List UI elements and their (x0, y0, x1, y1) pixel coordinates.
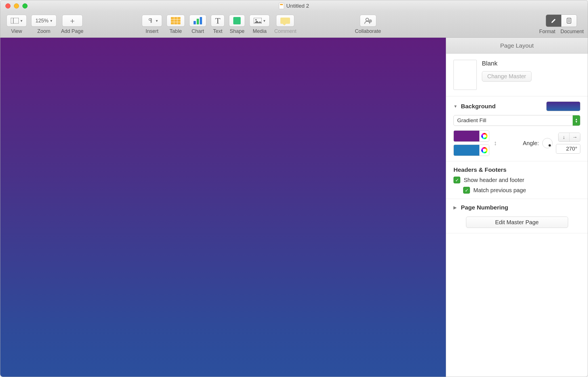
add-page-button[interactable]: ＋ (62, 15, 83, 27)
inspector-toggle-group: Format Document (539, 14, 584, 35)
color-picker-button[interactable] (479, 145, 489, 156)
brush-icon (550, 17, 557, 24)
text-group: T Text (211, 15, 224, 34)
background-preview-swatch[interactable] (546, 101, 580, 111)
svg-rect-0 (11, 18, 19, 24)
page-numbering-section: ▶ Page Numbering Edit Master Page (446, 199, 588, 233)
page-numbering-header[interactable]: ▶ Page Numbering (453, 204, 580, 211)
change-master-button[interactable]: Change Master (482, 71, 532, 82)
inspector-title: Page Layout (500, 42, 534, 49)
media-icon (254, 18, 262, 24)
show-header-footer-checkbox[interactable]: ✓ (453, 177, 460, 183)
fill-type-value: Gradient Fill (454, 115, 573, 126)
document-icon (279, 3, 284, 9)
color-picker-button[interactable] (479, 131, 489, 141)
media-button[interactable]: ▾ (249, 15, 270, 27)
angle-label: Angle: (523, 140, 539, 147)
match-previous-page-checkbox[interactable]: ✓ (463, 187, 470, 194)
master-section: Blank Change Master (446, 54, 588, 96)
media-group: ▾ Media (249, 15, 270, 34)
shape-label: Shape (230, 28, 244, 34)
shape-button[interactable] (229, 15, 245, 27)
page-numbering-label: Page Numbering (461, 204, 508, 211)
master-thumbnail[interactable] (453, 60, 477, 90)
comment-button[interactable] (276, 15, 294, 27)
window-controls (5, 3, 28, 9)
fill-type-select[interactable]: Gradient Fill ▲▼ (453, 115, 580, 126)
color-wheel-icon (481, 133, 488, 139)
edit-master-page-button[interactable]: Edit Master Page (466, 217, 568, 228)
angle-value: 270° (566, 146, 577, 152)
inspector-segmented-control (546, 14, 577, 27)
add-page-group: ＋ Add Page (61, 15, 83, 34)
document-tab[interactable] (561, 15, 577, 27)
match-previous-page-row[interactable]: ✓ Match previous page (463, 187, 580, 194)
svg-point-3 (255, 19, 257, 21)
media-label: Media (253, 28, 266, 34)
gradient-color-1-swatch (454, 131, 479, 141)
plus-icon: ＋ (69, 16, 76, 26)
document-label: Document (560, 29, 584, 35)
show-header-footer-label: Show header and footer (464, 177, 524, 183)
background-label: Background (461, 103, 496, 110)
chart-button[interactable] (189, 15, 206, 27)
insert-group: ▾ Insert (142, 15, 162, 34)
text-button[interactable]: T (211, 15, 224, 27)
master-name: Blank (482, 60, 532, 67)
gradient-direction-right-button[interactable]: → (569, 133, 580, 141)
collaborate-label: Collaborate (355, 28, 381, 34)
pilcrow-icon (146, 18, 154, 24)
document-icon (566, 17, 572, 24)
view-button[interactable]: ▾ (7, 15, 27, 27)
collaborate-button[interactable] (360, 15, 376, 27)
table-icon (171, 17, 180, 24)
table-button[interactable] (167, 15, 185, 27)
angle-input[interactable]: 270° (556, 144, 580, 154)
background-section: ▼ Background Gradient Fill ▲▼ (446, 96, 588, 161)
chevron-down-icon: ▾ (20, 18, 22, 23)
gradient-color-1-well[interactable] (453, 130, 489, 142)
zoom-label: Zoom (37, 28, 51, 34)
disclosure-right-icon: ▶ (453, 205, 458, 210)
document-canvas[interactable] (0, 38, 446, 377)
format-tab[interactable] (546, 15, 561, 27)
close-window-button[interactable] (5, 3, 10, 9)
view-icon (11, 18, 19, 24)
gradient-color-2-swatch (454, 145, 479, 156)
add-page-label: Add Page (61, 28, 83, 34)
view-group: ▾ View (7, 15, 27, 34)
inspector-panel: Page Layout Blank Change Master ▼ Backgr… (446, 38, 588, 377)
document-title[interactable]: Untitled 2 (279, 3, 309, 9)
minimize-window-button[interactable] (14, 3, 19, 9)
svg-point-4 (366, 18, 369, 21)
change-master-label: Change Master (487, 73, 526, 79)
inspector-tab-page-layout[interactable]: Page Layout (446, 38, 588, 54)
insert-button[interactable]: ▾ (142, 15, 162, 27)
chart-label: Chart (192, 28, 204, 34)
gradient-direction-down-button[interactable]: ↓ (558, 133, 569, 141)
shape-group: Shape (229, 15, 245, 34)
gradient-direction-buttons: ↓ → (558, 133, 580, 142)
chevron-down-icon: ▾ (263, 18, 265, 23)
gradient-color-2-well[interactable] (453, 145, 489, 156)
chart-icon (194, 17, 202, 24)
insert-label: Insert (146, 28, 158, 34)
edit-master-page-label: Edit Master Page (495, 219, 539, 225)
color-wheel-icon (481, 147, 488, 153)
background-header[interactable]: ▼ Background (453, 101, 580, 111)
text-label: Text (213, 28, 222, 34)
shape-icon (233, 17, 241, 24)
collaborate-icon (364, 17, 372, 24)
comment-icon (280, 18, 290, 24)
fullscreen-window-button[interactable] (22, 3, 28, 9)
chevron-down-icon: ▾ (156, 18, 158, 23)
headers-footers-label: Headers & Footers (453, 166, 507, 173)
angle-knob[interactable] (542, 138, 553, 148)
comment-group: Comment (274, 15, 296, 34)
chevron-down-icon: ▾ (50, 18, 52, 23)
show-header-footer-row[interactable]: ✓ Show header and footer (453, 177, 580, 183)
body: Page Layout Blank Change Master ▼ Backgr… (0, 38, 588, 377)
swap-colors-button[interactable]: ↕ (494, 139, 497, 147)
zoom-value: 125% (35, 18, 49, 24)
zoom-button[interactable]: 125% ▾ (31, 15, 56, 27)
